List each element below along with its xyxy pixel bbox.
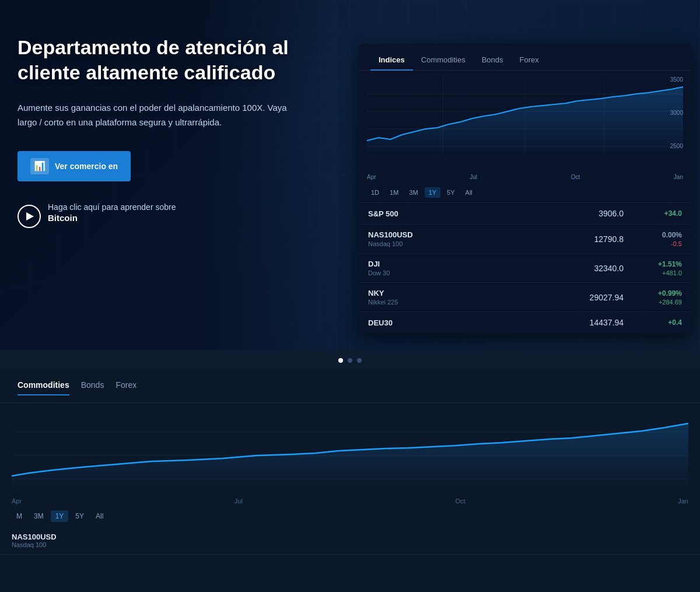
play-label: Bitcoin — [48, 213, 176, 223]
table-row: S&P 500 3906.0 +34.0 — [359, 203, 691, 225]
lower-market-rows: NAS100USD Nasdaq 100 — [0, 527, 700, 555]
table-row: NAS100USD Nasdaq 100 12790.8 0.00% -0.5 — [359, 225, 691, 254]
lower-tabs: Commodities Bonds Forex — [0, 380, 700, 403]
time-1d[interactable]: 1D — [367, 187, 383, 198]
lower-time-3m[interactable]: 3M — [29, 510, 48, 522]
cta-icon: 📊 — [30, 158, 49, 174]
time-filters: 1D 1M 3M 1Y 5Y All — [359, 183, 691, 203]
x-label-jul: Jul — [470, 174, 477, 180]
time-1y[interactable]: 1Y — [425, 187, 440, 198]
play-text: Haga clic aquí para aprender sobre — [48, 202, 176, 212]
tab-forex[interactable]: Forex — [512, 52, 547, 70]
lower-tab-commodities[interactable]: Commodities — [18, 380, 69, 395]
cta-label: Ver comercio en — [55, 162, 118, 171]
tab-commodities[interactable]: Commodities — [413, 52, 474, 70]
y-label-3000: 3000 — [670, 110, 683, 116]
lower-section: Commodities Bonds Forex Apr Jul Oct Jan — [0, 369, 700, 592]
x-label-jan: Jan — [674, 174, 683, 180]
symbol-nky: NKY Nikkei 225 — [368, 289, 438, 306]
symbol-sp500: S&P 500 — [368, 209, 438, 218]
lower-price-chart — [12, 409, 688, 491]
svg-marker-14 — [12, 423, 688, 485]
carousel-dots — [0, 350, 700, 369]
play-row: Haga clic aquí para aprender sobre Bitco… — [18, 202, 315, 228]
time-3m[interactable]: 3M — [405, 187, 422, 198]
lower-time-all[interactable]: All — [91, 510, 108, 522]
hero-section: Departamento de atención al cliente alta… — [0, 0, 700, 350]
hero-left-panel: Departamento de atención al cliente alta… — [0, 0, 338, 350]
lower-tab-forex[interactable]: Forex — [116, 380, 136, 395]
table-row: DEU30 14437.94 +0.4 — [359, 312, 691, 333]
x-label-apr: Apr — [367, 174, 376, 180]
dot-1[interactable] — [338, 358, 343, 363]
tab-bonds[interactable]: Bonds — [474, 52, 512, 70]
table-row: DJI Dow 30 32340.0 +1.51% +481.0 — [359, 254, 691, 283]
y-label-2500: 2500 — [670, 143, 683, 149]
time-all[interactable]: All — [461, 187, 477, 198]
lower-x-apr: Apr — [12, 498, 22, 505]
lower-x-labels: Apr Jul Oct Jan — [0, 496, 700, 505]
dot-3[interactable] — [357, 358, 362, 363]
symbol-deu30: DEU30 — [368, 318, 438, 327]
chart-y-labels: 3500 3000 2500 — [670, 76, 683, 149]
hero-title: Departamento de atención al cliente alta… — [18, 35, 315, 85]
lower-x-jan: Jan — [678, 498, 688, 505]
symbol-dji: DJI Dow 30 — [368, 260, 438, 276]
lower-time-filters: M 3M 1Y 5Y All — [0, 505, 700, 527]
lower-time-m[interactable]: M — [12, 510, 27, 522]
lower-time-5y[interactable]: 5Y — [71, 510, 89, 522]
dot-2[interactable] — [348, 358, 352, 363]
table-row: NKY Nikkei 225 29027.94 +0.99% +284.69 — [359, 283, 691, 312]
x-label-oct: Oct — [571, 174, 580, 180]
price-chart — [367, 76, 683, 158]
lower-tab-bonds[interactable]: Bonds — [81, 380, 104, 395]
time-1m[interactable]: 1M — [386, 187, 402, 198]
time-5y[interactable]: 5Y — [443, 187, 459, 198]
tab-indices[interactable]: Indices — [370, 52, 413, 70]
market-rows: S&P 500 3906.0 +34.0 NAS100USD Nasdaq 10… — [359, 203, 691, 333]
chart-area: 3500 3000 2500 — [359, 71, 691, 173]
market-panel: Indices Commodities Bonds Forex — [359, 44, 691, 333]
symbol-nas100: NAS100USD Nasdaq 100 — [368, 230, 438, 247]
hero-subtitle: Aumente sus ganancias con el poder del a… — [18, 101, 298, 130]
play-text-wrap: Haga clic aquí para aprender sobre Bitco… — [48, 202, 176, 223]
market-tabs: Indices Commodities Bonds Forex — [359, 44, 691, 71]
lower-x-oct: Oct — [455, 498, 465, 505]
cta-button[interactable]: 📊 Ver comercio en — [18, 151, 131, 181]
lower-chart-area — [0, 403, 700, 496]
y-label-3500: 3500 — [670, 76, 683, 83]
chart-x-labels: Apr Jul Oct Jan — [359, 173, 691, 183]
lower-symbol-nas100: NAS100USD Nasdaq 100 — [12, 533, 88, 548]
lower-x-jul: Jul — [235, 498, 243, 505]
lower-time-1y[interactable]: 1Y — [51, 510, 69, 522]
play-button[interactable] — [18, 205, 41, 228]
